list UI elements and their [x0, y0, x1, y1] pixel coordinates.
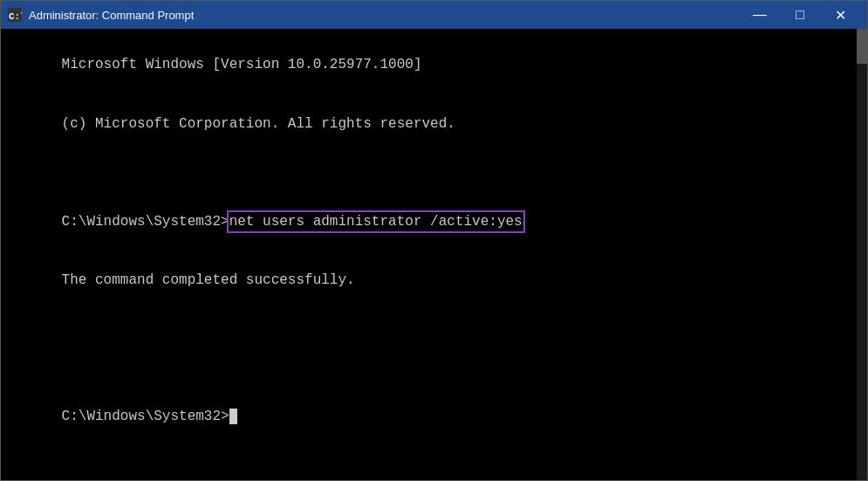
maximize-button[interactable]: □ [780, 1, 820, 29]
minimize-button[interactable]: — [740, 1, 780, 29]
terminal-body[interactable]: Microsoft Windows [Version 10.0.25977.10… [1, 29, 867, 480]
prompt1: C:\Windows\System32> [62, 214, 229, 230]
copyright-line: (c) Microsoft Corporation. All rights re… [62, 116, 455, 132]
window-title: Administrator: Command Prompt [29, 9, 194, 22]
cursor [229, 409, 237, 424]
title-bar-left: C:\ Administrator: Command Prompt [8, 8, 194, 22]
scrollbar-thumb[interactable] [857, 29, 867, 64]
svg-text:C:\: C:\ [9, 11, 22, 22]
close-button[interactable]: ✕ [820, 1, 860, 29]
prompt2: C:\Windows\System32> [62, 409, 229, 424]
highlighted-command: net users administrator /active:yes [229, 213, 523, 230]
title-bar-controls: — □ ✕ [740, 1, 860, 29]
scrollbar[interactable] [857, 29, 867, 480]
terminal-output: Microsoft Windows [Version 10.0.25977.10… [11, 36, 857, 446]
cmd-icon: C:\ [8, 8, 22, 22]
window: C:\ Administrator: Command Prompt — □ ✕ … [0, 0, 868, 481]
windows-version-line: Microsoft Windows [Version 10.0.25977.10… [62, 57, 422, 72]
response-line: The command completed successfully. [62, 272, 355, 288]
title-bar: C:\ Administrator: Command Prompt — □ ✕ [1, 1, 867, 29]
